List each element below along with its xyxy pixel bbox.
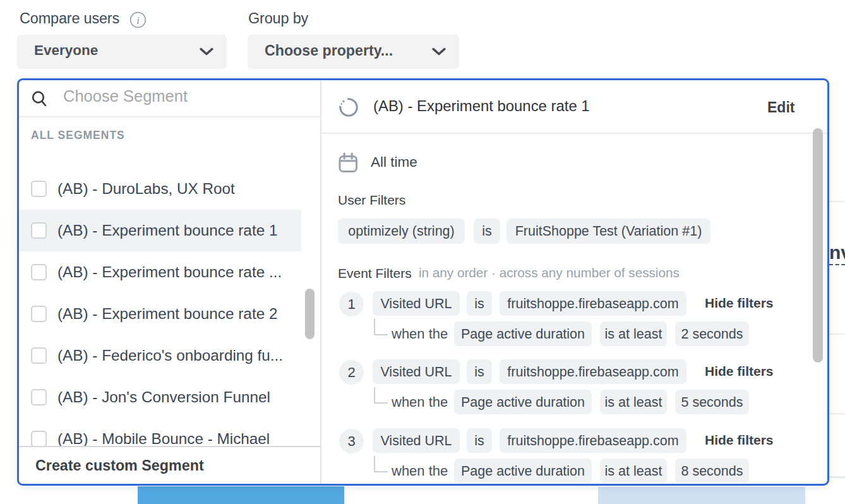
svg-text:i: i xyxy=(136,15,140,27)
